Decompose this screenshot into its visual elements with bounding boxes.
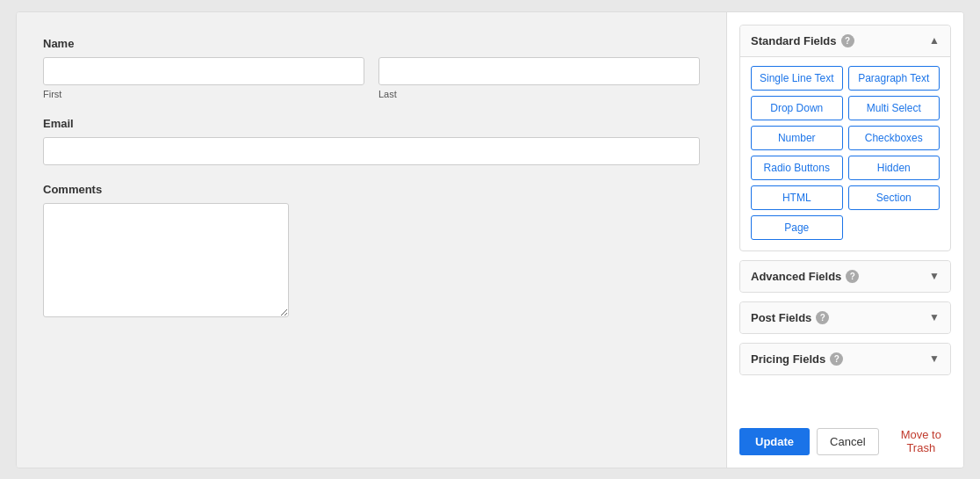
btn-paragraph-text[interactable]: Paragraph Text bbox=[848, 66, 940, 91]
name-field-group: Name First Last bbox=[43, 37, 700, 99]
advanced-fields-header[interactable]: Advanced Fields ? ▼ bbox=[740, 261, 950, 292]
btn-multi-select[interactable]: Multi Select bbox=[848, 96, 940, 120]
email-label: Email bbox=[43, 117, 700, 130]
first-name-col: First bbox=[43, 57, 364, 99]
post-fields-title: Post Fields ? bbox=[751, 311, 829, 324]
post-fields-chevron: ▼ bbox=[929, 311, 940, 323]
standard-fields-body: Single Line Text Paragraph Text Drop Dow… bbox=[740, 57, 950, 250]
btn-page[interactable]: Page bbox=[751, 215, 843, 240]
update-button[interactable]: Update bbox=[739, 428, 810, 455]
name-label: Name bbox=[43, 37, 700, 50]
btn-single-line-text[interactable]: Single Line Text bbox=[751, 66, 843, 91]
btn-hidden[interactable]: Hidden bbox=[848, 156, 940, 180]
email-field-group: Email bbox=[43, 117, 700, 165]
advanced-fields-section: Advanced Fields ? ▼ bbox=[739, 260, 951, 293]
last-name-col: Last bbox=[378, 57, 700, 99]
move-to-trash-button[interactable]: Move to Trash bbox=[891, 428, 951, 454]
form-panel: Name First Last Email Comments bbox=[17, 12, 726, 468]
cancel-button[interactable]: Cancel bbox=[817, 428, 878, 455]
first-name-input[interactable] bbox=[43, 57, 364, 85]
post-fields-help-icon[interactable]: ? bbox=[816, 311, 829, 324]
advanced-fields-title: Advanced Fields ? bbox=[751, 270, 859, 283]
btn-checkboxes[interactable]: Checkboxes bbox=[848, 126, 940, 150]
name-row: First Last bbox=[43, 57, 700, 99]
standard-fields-chevron: ▲ bbox=[929, 34, 940, 47]
last-sub-label: Last bbox=[378, 89, 700, 99]
first-sub-label: First bbox=[43, 89, 364, 99]
email-input[interactable] bbox=[43, 137, 700, 165]
btn-html[interactable]: HTML bbox=[751, 185, 843, 210]
pricing-fields-chevron: ▼ bbox=[929, 352, 940, 365]
pricing-fields-title: Pricing Fields ? bbox=[751, 352, 843, 366]
standard-fields-title: Standard Fields ? bbox=[751, 34, 854, 47]
pricing-fields-header[interactable]: Pricing Fields ? ▼ bbox=[740, 344, 950, 374]
comments-field-group: Comments bbox=[43, 183, 700, 320]
pricing-fields-section: Pricing Fields ? ▼ bbox=[739, 343, 951, 375]
comments-textarea[interactable] bbox=[43, 203, 289, 317]
sidebar: Standard Fields ? ▲ Single Line Text Par… bbox=[726, 12, 963, 468]
field-buttons-grid: Single Line Text Paragraph Text Drop Dow… bbox=[751, 66, 940, 240]
advanced-fields-chevron: ▼ bbox=[929, 270, 940, 282]
standard-fields-help-icon[interactable]: ? bbox=[841, 34, 854, 47]
action-row: Update Cancel Move to Trash bbox=[739, 423, 951, 455]
pricing-fields-help-icon[interactable]: ? bbox=[830, 352, 843, 366]
btn-drop-down[interactable]: Drop Down bbox=[751, 96, 843, 120]
main-container: Name First Last Email Comments bbox=[16, 11, 964, 468]
post-fields-header[interactable]: Post Fields ? ▼ bbox=[740, 302, 950, 333]
post-fields-section: Post Fields ? ▼ bbox=[739, 301, 951, 334]
last-name-input[interactable] bbox=[378, 57, 700, 85]
standard-fields-section: Standard Fields ? ▲ Single Line Text Par… bbox=[739, 25, 951, 251]
btn-number[interactable]: Number bbox=[751, 126, 843, 150]
standard-fields-header[interactable]: Standard Fields ? ▲ bbox=[740, 25, 950, 57]
advanced-fields-help-icon[interactable]: ? bbox=[846, 270, 859, 283]
comments-label: Comments bbox=[43, 183, 700, 196]
btn-radio-buttons[interactable]: Radio Buttons bbox=[751, 156, 843, 180]
btn-section[interactable]: Section bbox=[848, 185, 940, 210]
